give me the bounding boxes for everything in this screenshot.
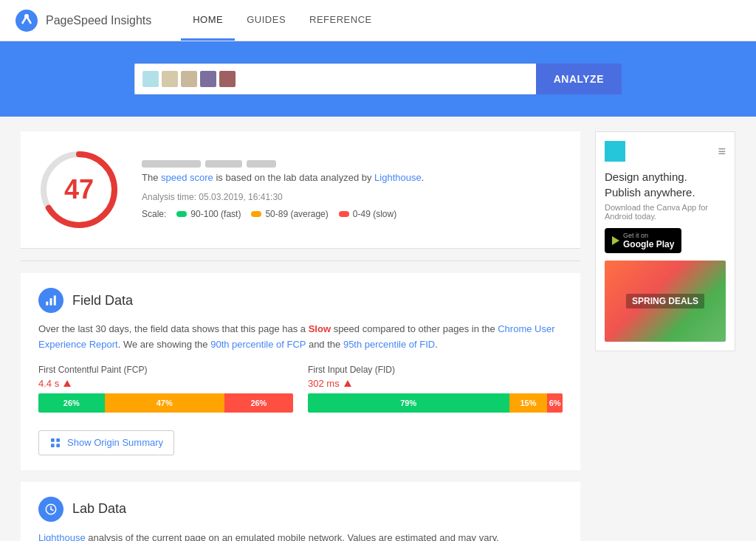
score-section: 47 The speed score is based on the lab d… [21,131,580,249]
sidebar: ≡ Design anything. Publish anywhere. Dow… [595,131,735,541]
lab-data-description: Lighthouse analysis of the current page … [38,531,563,541]
svg-rect-6 [54,295,56,306]
svg-rect-8 [56,438,60,442]
search-input-wrapper[interactable] [134,63,536,94]
ad-header: ≡ [605,141,726,162]
svg-line-13 [51,509,53,511]
svg-rect-10 [56,444,60,447]
fcp-bar-fast: 26% [38,393,105,413]
bar-chart-icon [44,294,58,307]
lab-data-section: Lab Data Lighthouse analysis of the curr… [21,482,580,541]
fcp-label: First Contentful Paint (FCP) [38,365,293,375]
swatch-2 [162,71,178,87]
field-metrics-row: First Contentful Paint (FCP) 4.4 s 26% 4… [38,365,563,413]
fid-bar: 79% 15% 6% [308,393,563,413]
url-block-2 [205,160,242,168]
score-circle: 47 [38,149,120,230]
ad-headline: Design anything. Publish anywhere. [605,169,726,200]
ad-btn-label: Get it on [623,232,674,239]
analysis-time: Analysis time: 05.03.2019, 16:41:30 [142,190,563,204]
fid-bar-avg: 15% [509,393,548,413]
url-swatches [142,71,236,87]
swatch-1 [142,71,159,87]
scale-dot-avg [251,211,261,217]
fcp-value: 4.4 s [38,378,293,389]
field-data-section: Field Data Over the last 30 days, the fi… [21,273,580,470]
header: PageSpeed Insights HOME GUIDES REFERENCE [0,0,756,41]
fid-bar-slow: 6% [547,393,563,413]
url-block-3 [247,160,276,168]
nav-home[interactable]: HOME [181,0,235,41]
field-data-title: Field Data [72,293,133,309]
svg-rect-4 [46,302,48,306]
scale-fast: 90-100 (fast) [176,209,241,219]
ad-brand-block [605,141,625,162]
ad-btn-sub: Google Play [623,239,674,249]
content-area: 47 The speed score is based on the lab d… [21,131,580,541]
slow-label: Slow [309,323,331,334]
svg-rect-7 [51,438,55,442]
url-blur-display [142,160,563,168]
fid-warning-icon [344,380,351,387]
fid-percentile-link[interactable]: 95th percentile of FID [343,339,435,350]
scale-label: Scale: [142,209,166,219]
nav-reference[interactable]: REFERENCE [298,0,384,41]
ad-sub: Download the Canva App for Android today… [605,203,726,221]
origin-summary-label: Show Origin Summary [67,437,163,448]
fid-label: First Input Delay (FID) [308,365,563,375]
ad-menu-icon[interactable]: ≡ [718,144,726,159]
lab-data-icon [38,497,63,522]
lab-data-header: Lab Data [38,497,563,522]
fcp-percentile-link[interactable]: 90th percentile of FCP [210,339,306,350]
hero-section: ANALYZE [0,41,756,117]
ad-card: ≡ Design anything. Publish anywhere. Dow… [595,131,735,351]
ad-google-play-button[interactable]: Get it on Google Play [605,228,681,253]
fcp-warning-icon [63,380,71,387]
svg-rect-5 [50,298,52,306]
lighthouse-link[interactable]: Lighthouse [374,172,422,183]
fid-metric: First Input Delay (FID) 302 ms 79% 15% 6… [308,365,563,413]
fcp-value-text: 4.4 s [38,378,59,389]
score-description: The speed score is based on the lab data… [142,170,563,186]
play-icon [612,236,619,245]
svg-point-0 [16,10,38,32]
scale-slow: 0-49 (slow) [339,209,396,219]
ad-image-label: SPRING DEALS [626,294,704,309]
show-origin-summary-button[interactable]: Show Origin Summary [38,430,174,455]
divider-1 [21,261,580,261]
origin-summary-icon [49,437,61,449]
fcp-bar: 26% 47% 26% [38,393,293,413]
scale-slow-label: 0-49 (slow) [353,209,396,219]
lab-data-title: Lab Data [72,501,126,517]
svg-point-1 [24,14,29,18]
logo: PageSpeed Insights [15,9,151,32]
speed-score-link[interactable]: speed score [161,172,213,183]
url-input[interactable] [241,73,529,85]
score-value: 47 [64,174,94,205]
main-content: 47 The speed score is based on the lab d… [9,117,747,541]
url-block-1 [142,160,201,168]
svg-rect-9 [51,444,55,447]
score-info: The speed score is based on the lab data… [142,160,563,219]
search-bar: ANALYZE [134,63,622,94]
scale-fast-label: 90-100 (fast) [190,209,241,219]
field-data-description: Over the last 30 days, the field data sh… [38,322,563,353]
clock-icon [44,503,58,516]
ad-image: SPRING DEALS [605,261,726,342]
logo-text: PageSpeed Insights [46,14,151,27]
analyze-button[interactable]: ANALYZE [536,63,622,94]
field-data-header: Field Data [38,288,563,313]
swatch-3 [181,71,197,87]
field-data-icon [38,288,63,313]
swatch-4 [200,71,216,87]
main-nav: HOME GUIDES REFERENCE [181,0,384,41]
fid-value: 302 ms [308,378,563,389]
scale-row: Scale: 90-100 (fast) 50-89 (average) 0-4… [142,209,563,219]
lighthouse-link-lab[interactable]: Lighthouse [38,532,86,541]
scale-dot-fast [176,211,187,217]
pagespeed-logo-icon [15,9,38,32]
fcp-bar-slow: 26% [224,393,293,413]
score-circle-wrap: 47 [38,149,120,230]
nav-guides[interactable]: GUIDES [235,0,298,41]
fcp-bar-avg: 47% [105,393,224,413]
